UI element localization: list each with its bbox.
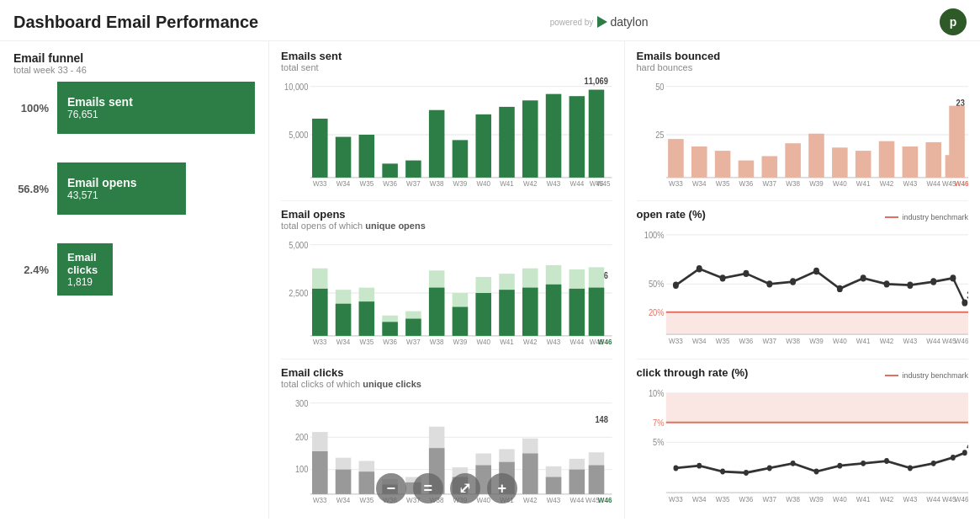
- svg-point-213: [790, 461, 795, 466]
- svg-rect-58: [499, 290, 515, 336]
- funnel-row-sent: 100% Emails sent 76,651: [13, 82, 255, 134]
- svg-point-172: [696, 265, 702, 272]
- svg-point-177: [813, 268, 819, 274]
- svg-text:200: 200: [295, 433, 309, 443]
- svg-text:W37: W37: [762, 337, 776, 346]
- funnel-row-opens: 56.8% Email opens 43,571: [13, 162, 255, 215]
- svg-text:W46: W46: [954, 179, 968, 188]
- svg-text:W35: W35: [715, 495, 729, 504]
- svg-text:5,000: 5,000: [289, 130, 309, 140]
- svg-text:W38: W38: [430, 338, 444, 346]
- svg-rect-146: [925, 142, 941, 178]
- svg-text:W43: W43: [903, 337, 917, 346]
- svg-text:W33: W33: [313, 338, 327, 346]
- emails-bounced-title: Emails bounced: [637, 50, 969, 62]
- svg-text:50%: 50%: [648, 280, 664, 290]
- email-opens-chart: 5,000 2,500 3,696: [281, 234, 612, 352]
- svg-rect-11: [382, 163, 398, 178]
- svg-text:W41: W41: [856, 495, 870, 504]
- click-rate-legend: industry benchmark: [885, 371, 968, 380]
- svg-point-179: [860, 274, 866, 281]
- svg-point-219: [930, 461, 935, 466]
- svg-text:W46: W46: [598, 496, 612, 504]
- svg-text:100%: 100%: [644, 230, 664, 240]
- email-opens-section: Email opens total opens of which unique …: [281, 208, 612, 352]
- email-clicks-section: Email clicks total clicks of which uniqu…: [281, 366, 612, 510]
- svg-text:50: 50: [655, 82, 665, 91]
- svg-rect-8: [312, 119, 328, 178]
- svg-rect-90: [312, 451, 328, 494]
- svg-text:25: 25: [655, 130, 664, 139]
- svg-text:W34: W34: [691, 495, 706, 504]
- svg-text:W42: W42: [523, 496, 538, 504]
- svg-rect-60: [522, 288, 538, 336]
- svg-text:W33: W33: [669, 495, 683, 504]
- svg-text:W39: W39: [809, 179, 824, 188]
- svg-point-174: [743, 270, 749, 277]
- svg-text:W43: W43: [903, 495, 917, 504]
- svg-text:W33: W33: [313, 496, 327, 504]
- svg-text:20%: 20%: [648, 307, 664, 317]
- svg-text:W45: W45: [596, 179, 611, 188]
- svg-text:100: 100: [295, 465, 309, 475]
- zoom-plus-button[interactable]: +: [487, 473, 517, 503]
- email-clicks-subtitle: total clicks of which unique clicks: [281, 379, 612, 389]
- svg-point-171: [672, 282, 678, 289]
- svg-text:W44: W44: [926, 179, 940, 188]
- svg-text:W43: W43: [547, 179, 561, 188]
- funnel-row-clicks: 2.4% Email clicks 1,819: [13, 243, 255, 296]
- svg-text:W36: W36: [739, 179, 753, 188]
- svg-text:33%: 33%: [967, 290, 968, 301]
- click-benchmark-legend: industry benchmark: [885, 371, 968, 380]
- svg-rect-20: [589, 90, 605, 178]
- svg-point-211: [744, 470, 749, 476]
- funnel-pct-opens: 56.8%: [13, 183, 49, 195]
- svg-rect-13: [429, 110, 445, 178]
- funnel-spacer-2: [13, 220, 255, 238]
- svg-rect-10: [359, 135, 375, 178]
- svg-point-180: [883, 280, 889, 287]
- zoom-equals-button[interactable]: =: [413, 473, 443, 503]
- svg-rect-42: [312, 289, 328, 336]
- svg-text:W39: W39: [809, 495, 824, 504]
- svg-text:W41: W41: [856, 179, 870, 188]
- svg-point-220: [951, 455, 956, 461]
- svg-text:10,000: 10,000: [284, 82, 309, 92]
- svg-text:W38: W38: [786, 337, 800, 346]
- svg-text:5%: 5%: [653, 438, 664, 448]
- svg-rect-92: [336, 470, 352, 494]
- emails-sent-section: Emails sent total sent 10,000 5,000 11,0…: [281, 50, 612, 194]
- svg-point-173: [719, 274, 725, 281]
- svg-rect-62: [546, 285, 562, 336]
- svg-text:W34: W34: [336, 496, 351, 504]
- svg-text:7%: 7%: [653, 418, 664, 428]
- right-panel: Emails bounced hard bounces 50 25 23: [625, 41, 981, 519]
- svg-rect-141: [808, 134, 824, 178]
- zoom-minus-button[interactable]: −: [376, 473, 406, 503]
- email-opens-svg: 5,000 2,500 3,696: [281, 234, 612, 352]
- funnel-value-sent: 76,651: [67, 109, 245, 120]
- svg-rect-94: [359, 471, 375, 494]
- zoom-expand-button[interactable]: ⤢: [450, 473, 480, 503]
- svg-text:W44: W44: [570, 496, 585, 504]
- svg-rect-56: [475, 293, 491, 336]
- svg-text:W41: W41: [500, 179, 514, 188]
- svg-point-183: [950, 274, 956, 281]
- svg-text:W44: W44: [570, 179, 585, 188]
- svg-text:W38: W38: [786, 179, 800, 188]
- svg-text:W46: W46: [954, 495, 968, 504]
- svg-text:W35: W35: [360, 179, 374, 188]
- svg-text:2,500: 2,500: [289, 288, 309, 298]
- svg-point-216: [861, 461, 866, 466]
- svg-rect-14: [453, 140, 469, 178]
- user-avatar[interactable]: p: [940, 8, 967, 35]
- svg-text:W37: W37: [406, 179, 421, 188]
- emails-bounced-svg: 50 25 23 W33: [637, 76, 969, 194]
- svg-rect-148: [949, 106, 965, 178]
- svg-point-209: [697, 463, 702, 469]
- svg-text:10%: 10%: [648, 388, 664, 398]
- datylon-play-icon: [597, 16, 607, 28]
- page-title: Dashboard Email Performance: [13, 13, 258, 32]
- svg-text:W44: W44: [570, 338, 585, 346]
- svg-rect-114: [589, 466, 605, 494]
